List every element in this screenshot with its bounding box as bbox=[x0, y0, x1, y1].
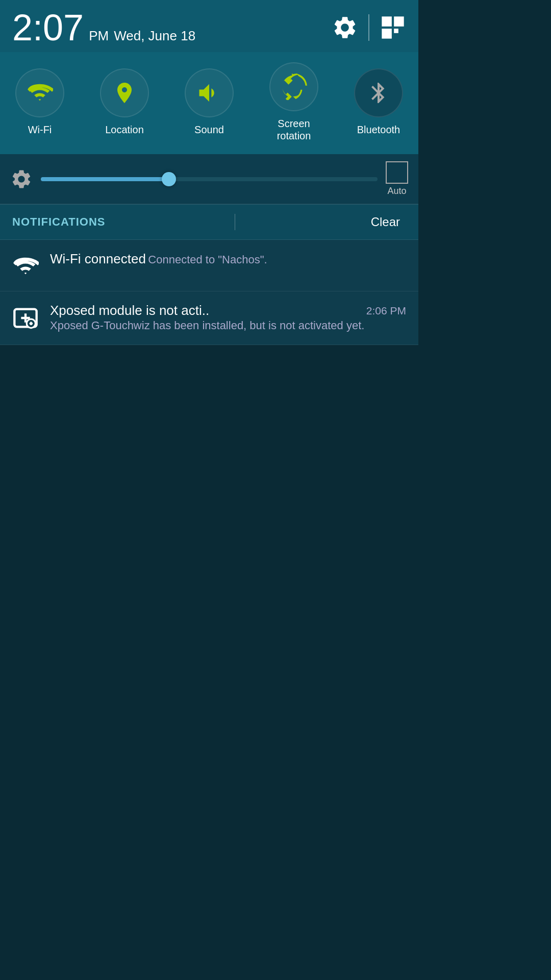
clock-date: Wed, June 18 bbox=[114, 28, 195, 44]
notifications-divider bbox=[235, 214, 235, 230]
screen-rotation-label: Screen rotation bbox=[277, 117, 311, 142]
bluetooth-icon bbox=[366, 81, 391, 105]
location-toggle[interactable]: Location bbox=[100, 68, 149, 136]
status-bar: 2:07 PM Wed, June 18 bbox=[0, 0, 418, 52]
location-icon bbox=[112, 81, 137, 105]
auto-brightness-checkbox[interactable] bbox=[386, 161, 408, 184]
screen-rotation-toggle[interactable]: Screen rotation bbox=[269, 62, 318, 142]
svg-rect-1 bbox=[394, 16, 404, 27]
notif-xposed-header-row: Xposed module is not acti.. 2:06 PM bbox=[50, 303, 406, 318]
bluetooth-label: Bluetooth bbox=[357, 124, 400, 136]
notifications-title: NOTIFICATIONS bbox=[12, 215, 105, 229]
bluetooth-toggle-circle bbox=[354, 68, 403, 117]
xposed-notif-icon bbox=[12, 305, 39, 331]
wifi-toggle[interactable]: Wi-Fi bbox=[15, 68, 64, 136]
auto-brightness-label: Auto bbox=[387, 186, 406, 197]
grid-icon[interactable] bbox=[380, 14, 406, 41]
notif-wifi-content: Wi-Fi connected Connected to "Nachos". bbox=[50, 251, 406, 267]
brightness-row: Auto bbox=[0, 154, 418, 204]
sound-label: Sound bbox=[194, 124, 224, 136]
brightness-slider[interactable] bbox=[41, 177, 378, 181]
clear-notifications-button[interactable]: Clear bbox=[365, 213, 406, 231]
screen-rotation-toggle-circle bbox=[269, 62, 318, 111]
status-divider bbox=[368, 14, 369, 41]
location-label: Location bbox=[105, 124, 144, 136]
notif-xposed-title: Xposed module is not acti.. bbox=[50, 303, 209, 318]
brightness-slider-fill bbox=[41, 177, 169, 181]
notification-xposed[interactable]: Xposed module is not acti.. 2:06 PM Xpos… bbox=[0, 291, 418, 345]
wifi-label: Wi-Fi bbox=[28, 124, 52, 136]
brightness-slider-thumb bbox=[162, 172, 176, 186]
notification-wifi[interactable]: Wi-Fi connected Connected to "Nachos". bbox=[0, 240, 418, 291]
clock-ampm: PM bbox=[89, 28, 109, 44]
settings-icon[interactable] bbox=[332, 14, 358, 41]
brightness-settings-icon[interactable] bbox=[10, 168, 33, 190]
location-toggle-circle bbox=[100, 68, 149, 117]
svg-rect-2 bbox=[382, 29, 392, 39]
notif-wifi-title: Wi-Fi connected bbox=[50, 251, 146, 266]
time-section: 2:07 PM Wed, June 18 bbox=[12, 9, 195, 46]
sound-icon bbox=[196, 80, 222, 106]
notif-wifi-subtitle: Connected to "Nachos". bbox=[148, 253, 267, 266]
wifi-notif-icon bbox=[12, 253, 39, 280]
sound-toggle[interactable]: Sound bbox=[185, 68, 234, 136]
svg-rect-3 bbox=[394, 29, 398, 33]
sound-toggle-circle bbox=[185, 68, 234, 117]
svg-rect-0 bbox=[382, 16, 392, 27]
screen-rotation-icon bbox=[281, 74, 307, 100]
auto-brightness-section: Auto bbox=[386, 161, 408, 197]
status-icons bbox=[332, 14, 406, 41]
wifi-toggle-circle bbox=[15, 68, 64, 117]
notif-xposed-subtitle: Xposed G-Touchwiz has been installed, bu… bbox=[50, 319, 364, 332]
quick-settings-panel: Wi-Fi Location Sound Screen rotation bbox=[0, 52, 418, 154]
notif-xposed-content: Xposed module is not acti.. 2:06 PM Xpos… bbox=[50, 303, 406, 333]
bluetooth-toggle[interactable]: Bluetooth bbox=[354, 68, 403, 136]
notif-xposed-time: 2:06 PM bbox=[366, 305, 406, 317]
notifications-header: NOTIFICATIONS Clear bbox=[0, 204, 418, 240]
clock-time: 2:07 bbox=[12, 9, 84, 46]
wifi-icon bbox=[27, 80, 53, 106]
